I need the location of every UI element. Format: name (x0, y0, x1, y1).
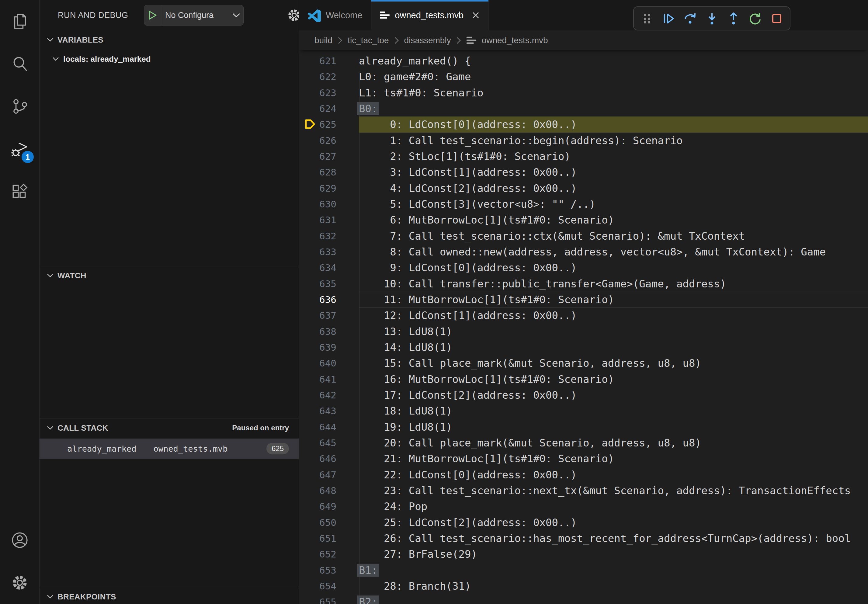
debug-step-over-button[interactable] (682, 10, 699, 27)
line-content[interactable]: 6: MutBorrowLoc[1](ts#1#0: Scenario) (359, 212, 868, 228)
line-content[interactable]: 26: Call test_scenario::has_most_recent_… (359, 530, 868, 546)
line-number[interactable]: 652 (299, 549, 359, 560)
close-icon[interactable] (471, 11, 480, 19)
line-number[interactable]: 640 (299, 358, 359, 369)
line-number[interactable]: 628 (299, 167, 359, 178)
line-content[interactable]: B1: (359, 562, 868, 578)
line-content[interactable]: already_marked() { (359, 53, 868, 69)
line-number[interactable]: 638 (299, 326, 359, 337)
debug-gripper-button[interactable] (639, 10, 656, 27)
line-content[interactable]: 14: LdU8(1) (359, 339, 868, 355)
line-number[interactable]: 624 (299, 103, 359, 114)
line-number[interactable]: 648 (299, 485, 359, 496)
code-line[interactable]: 648 23: Call test_scenario::next_tx(&mut… (299, 483, 868, 499)
code-line[interactable]: 634 9: LdConst[0](address: 0x00..) (299, 260, 868, 276)
code-line[interactable]: 649 24: Pop (299, 499, 868, 514)
line-number[interactable]: 623 (299, 87, 359, 98)
code-line[interactable]: 624B0: (299, 101, 868, 116)
code-line[interactable]: 633 8: Call owned::new(address, address,… (299, 244, 868, 260)
line-content[interactable]: 28: Branch(31) (359, 578, 868, 594)
code-line[interactable]: 640 15: Call place_mark(&mut Scenario, a… (299, 355, 868, 371)
line-content[interactable]: B2: (359, 594, 868, 604)
line-number[interactable]: 654 (299, 581, 359, 592)
debug-continue-button[interactable] (660, 10, 677, 27)
code-line[interactable]: 622L0: game#2#0: Game (299, 69, 868, 85)
line-number[interactable]: 641 (299, 374, 359, 385)
line-content[interactable]: 4: LdConst[2](address: 0x00..) (359, 180, 868, 196)
code-line[interactable]: 635 10: Call transfer::public_transfer<G… (299, 276, 868, 292)
code-line[interactable]: 639 14: LdU8(1) (299, 339, 868, 355)
line-content[interactable]: 16: MutBorrowLoc[1](ts#1#0: Scenario) (359, 371, 868, 387)
line-content[interactable]: 2: StLoc[1](ts#1#0: Scenario) (359, 149, 868, 164)
line-content[interactable]: 7: Call test_scenario::ctx(&mut Scenario… (359, 228, 868, 244)
activity-bar-item-settings-gear[interactable] (0, 561, 39, 604)
line-number[interactable]: 655 (299, 596, 359, 604)
line-number[interactable]: 647 (299, 469, 359, 480)
line-content[interactable]: 0: LdConst[0](address: 0x00..) (359, 116, 868, 132)
line-number[interactable]: 630 (299, 198, 359, 209)
code-line[interactable]: 652 27: BrFalse(29) (299, 546, 868, 562)
line-content[interactable]: 3: LdConst[1](address: 0x00..) (359, 164, 868, 180)
activity-bar-item-account[interactable] (0, 519, 39, 561)
code-line[interactable]: 655B2: (299, 594, 868, 604)
line-number[interactable]: 644 (299, 421, 359, 432)
line-content[interactable]: 21: MutBorrowLoc[1](ts#1#0: Scenario) (359, 451, 868, 466)
code-line[interactable]: 647 22: LdConst[0](address: 0x00..) (299, 467, 868, 483)
debug-step-into-button[interactable] (704, 10, 721, 27)
line-number[interactable]: 621 (299, 55, 359, 66)
code-line[interactable]: 654 28: Branch(31) (299, 578, 868, 594)
code-line[interactable]: 650 25: LdConst[2](address: 0x00..) (299, 514, 868, 530)
line-content[interactable]: 27: BrFalse(29) (359, 546, 868, 562)
breadcrumb-item[interactable]: tic_tac_toe (348, 36, 389, 45)
tab-owned-tests-mvb[interactable]: owned_tests.mvb (371, 0, 489, 30)
start-debug-button[interactable] (144, 5, 161, 25)
code-line[interactable]: 631 6: MutBorrowLoc[1](ts#1#0: Scenario) (299, 212, 868, 228)
line-number[interactable]: 633 (299, 246, 359, 257)
code-line[interactable]: 651 26: Call test_scenario::has_most_rec… (299, 530, 868, 546)
code-line[interactable]: 621already_marked() { (299, 53, 868, 69)
line-content[interactable]: L0: game#2#0: Game (359, 69, 868, 85)
line-content[interactable]: 18: LdU8(1) (359, 403, 868, 419)
breadcrumb-item[interactable]: build (315, 36, 332, 45)
call-stack-frame[interactable]: already_marked owned_tests.mvb 625 (40, 438, 299, 458)
activity-bar-item-search[interactable] (0, 43, 39, 85)
code-line[interactable]: 627 2: StLoc[1](ts#1#0: Scenario) (299, 149, 868, 164)
line-content[interactable]: 13: LdU8(1) (359, 324, 868, 339)
code-line[interactable]: 644 19: LdU8(1) (299, 419, 868, 435)
line-content[interactable]: 15: Call place_mark(&mut Scenario, addre… (359, 355, 868, 371)
activity-bar-item-extensions[interactable] (0, 170, 39, 213)
line-number[interactable]: 645 (299, 437, 359, 448)
line-content[interactable]: 17: LdConst[2](address: 0x00..) (359, 387, 868, 403)
code-line[interactable]: 653B1: (299, 562, 868, 578)
line-content[interactable]: 20: Call place_mark(&mut Scenario, addre… (359, 435, 868, 451)
watch-section-header[interactable]: WATCH (40, 266, 299, 285)
line-number[interactable]: 636 (299, 294, 359, 305)
activity-bar-item-files[interactable] (0, 0, 39, 43)
code-line[interactable]: 625 0: LdConst[0](address: 0x00..) (299, 116, 868, 132)
line-number[interactable]: 642 (299, 390, 359, 401)
line-content[interactable]: 9: LdConst[0](address: 0x00..) (359, 260, 868, 276)
line-content[interactable]: 19: LdU8(1) (359, 419, 868, 435)
line-content[interactable]: 24: Pop (359, 499, 868, 514)
line-content[interactable]: B0: (359, 101, 868, 116)
code-line[interactable]: 632 7: Call test_scenario::ctx(&mut Scen… (299, 228, 868, 244)
line-content[interactable]: 25: LdConst[2](address: 0x00..) (359, 514, 868, 530)
code-line[interactable]: 629 4: LdConst[2](address: 0x00..) (299, 180, 868, 196)
line-content[interactable]: 8: Call owned::new(address, address, vec… (359, 244, 868, 260)
line-number[interactable]: 643 (299, 406, 359, 417)
line-number[interactable]: 649 (299, 501, 359, 512)
line-number[interactable]: 650 (299, 517, 359, 528)
line-number[interactable]: 634 (299, 262, 359, 273)
line-number[interactable]: 626 (299, 135, 359, 146)
line-number[interactable]: 635 (299, 278, 359, 289)
code-line[interactable]: 637 12: LdConst[1](address: 0x00..) (299, 307, 868, 323)
line-number[interactable]: 653 (299, 565, 359, 576)
code-line[interactable]: 643 18: LdU8(1) (299, 403, 868, 419)
code-line[interactable]: 630 5: LdConst[3](vector<u8>: "" /..) (299, 196, 868, 212)
activity-bar-item-source-control[interactable] (0, 85, 39, 128)
line-number[interactable]: 627 (299, 151, 359, 162)
debug-step-out-button[interactable] (725, 10, 742, 27)
line-content[interactable]: 10: Call transfer::public_transfer<Game>… (359, 276, 868, 292)
line-number[interactable]: 651 (299, 533, 359, 544)
line-content[interactable]: 11: MutBorrowLoc[1](ts#1#0: Scenario) (359, 292, 868, 307)
